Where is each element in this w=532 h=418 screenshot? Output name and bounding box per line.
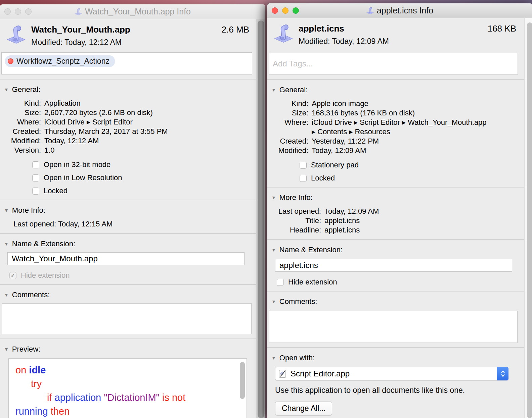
disclosure-triangle-icon[interactable] [271,299,276,304]
info-row: Where:iCloud Drive ▸ Script Editor [3,117,250,127]
file-modified: Modified: Today, 12:12 AM [31,38,257,47]
checkbox[interactable] [277,279,284,286]
section-name-extension: Name & Extension: Hide extension [0,234,265,280]
filename-input[interactable] [7,252,245,265]
minimize-button[interactable] [282,7,289,14]
file-name: Watch_Your_Mouth.app [31,24,130,35]
titlebar[interactable]: Watch_Your_Mouth.app Info [0,4,265,19]
checkbox-open-low-resolution[interactable]: Open in Low Resolution [32,173,265,182]
checkbox[interactable] [32,174,39,181]
disclosure-triangle-icon[interactable] [271,356,276,360]
file-size: 2.6 MB [222,24,257,35]
info-row: Version:1.0 [3,146,250,155]
info-row: Size:2,607,720 bytes (2.6 MB on disk) [3,108,250,117]
disclosure-triangle-icon[interactable] [4,87,9,92]
open-with-dropdown[interactable]: Script Editor.app [275,367,508,380]
checkbox[interactable] [300,162,307,169]
section-open-with: Open with: Script Editor.app Use this ap… [267,348,532,417]
tags-input[interactable] [273,56,514,72]
tags-field[interactable]: Workflowz_Scriptz_Actionz [1,52,252,74]
comments-textarea[interactable] [2,303,252,334]
minimize-button[interactable] [15,8,21,15]
filename-input[interactable] [275,259,512,272]
applescript-icon [75,8,82,15]
file-name: applet.icns [299,23,344,34]
scrollbar-thumb[interactable] [258,20,264,418]
info-window-applet-icns: applet.icns Info applet.icns 168 KB Modi… [267,3,532,418]
comments-textarea[interactable] [269,311,518,343]
section-preview: Preview: on idle try if application "Dic… [0,339,265,418]
info-row: Size:168,316 bytes (176 KB on disk) [271,108,492,118]
info-row: Title:applet.icns [271,216,517,225]
info-row: Modified:Today, 12:12 AM [3,136,250,146]
window-controls [4,4,32,19]
zoom-button[interactable] [25,8,32,15]
selected-app: Script Editor.app [291,369,350,378]
info-row: Kind:Apple icon image [271,99,492,108]
up-down-chevrons-icon [501,370,505,378]
close-button[interactable] [4,8,11,15]
checkbox[interactable] [32,188,39,195]
applescript-icon [366,7,374,14]
titlebar[interactable]: applet.icns Info [267,3,532,18]
checkbox[interactable] [9,272,16,279]
dropdown-stepper[interactable] [497,367,508,380]
disclosure-triangle-icon[interactable] [4,293,9,297]
script-editor-app-icon [278,369,287,378]
checkbox-hide-extension[interactable]: Hide extension [277,278,532,286]
file-header: applet.icns 168 KB Modified: Today, 12:0… [267,18,532,50]
window-title: applet.icns Info [366,6,433,15]
file-modified: Modified: Today, 12:09 AM [299,37,524,46]
tag-pill[interactable]: Workflowz_Scriptz_Actionz [5,55,115,67]
code-line: try [31,377,232,391]
disclosure-triangle-icon[interactable] [4,242,9,246]
disclosure-triangle-icon[interactable] [271,88,276,92]
info-row: Kind:Application [3,99,250,108]
checkbox-hide-extension[interactable]: Hide extension [9,271,265,280]
info-row: Headline:applet.icns [271,225,517,235]
checkbox-locked[interactable]: Locked [300,174,532,182]
tags-field[interactable] [269,53,518,75]
checkbox-locked[interactable]: Locked [32,187,265,195]
window-title: Watch_Your_Mouth.app Info [75,7,191,16]
red-tag-dot-icon [8,58,13,64]
close-button[interactable] [272,7,278,14]
disclosure-triangle-icon[interactable] [4,208,9,213]
file-header: Watch_Your_Mouth.app 2.6 MB Modified: To… [0,19,265,51]
scrollbar-thumb[interactable] [527,22,532,418]
info-row: Modified:Today, 12:09 AM [271,146,492,155]
code-line: on idle [15,363,232,377]
code-line: running then [15,405,232,418]
change-all-button[interactable]: Change All... [275,402,332,415]
info-row: Created:Thursday, March 23, 2017 at 3:55… [3,127,250,136]
section-comments: Comments: [267,292,532,343]
zoom-button[interactable] [293,7,299,14]
checkbox-open-32bit[interactable]: Open in 32-bit mode [32,160,265,169]
scrollbar[interactable] [256,19,265,418]
info-row: Where:iCloud Drive ▸ Script Editor ▸ Wat… [271,118,492,137]
info-window-watch-your-mouth: Watch_Your_Mouth.app Info Watch_Your_Mou… [0,4,265,418]
disclosure-triangle-icon[interactable] [271,195,276,200]
checkbox[interactable] [32,161,39,168]
section-general: General: Kind:Apple icon image Size:168,… [267,80,532,182]
section-more-info: More Info: Last opened:Today, 12:09 AM T… [267,188,532,235]
section-more-info: More Info: Last opened: Today, 12:15 AM [0,200,265,229]
section-general: General: Kind:Application Size:2,607,720… [0,80,265,195]
disclosure-triangle-icon[interactable] [4,347,9,352]
info-row: Created:Yesterday, 11:22 PM [271,137,492,146]
script-preview[interactable]: on idle try if application "DictationIM"… [8,358,247,418]
info-row: Last opened:Today, 12:09 AM [271,207,517,216]
info-row: Last opened: Today, 12:15 AM [0,219,265,229]
preview-scrollbar-thumb[interactable] [240,362,245,399]
tag-label: Workflowz_Scriptz_Actionz [16,57,109,66]
checkbox-stationery-pad[interactable]: Stationery pad [300,161,532,169]
file-size: 168 KB [488,23,524,34]
checkbox[interactable] [300,175,307,182]
scrollbar[interactable] [524,18,532,418]
section-comments: Comments: [0,285,265,334]
disclosure-triangle-icon[interactable] [271,248,276,252]
section-name-extension: Name & Extension: Hide extension [267,240,532,286]
applescript-icon [274,23,293,44]
window-controls [272,3,299,18]
code-line: if application "DictationIM" is not [47,391,232,405]
